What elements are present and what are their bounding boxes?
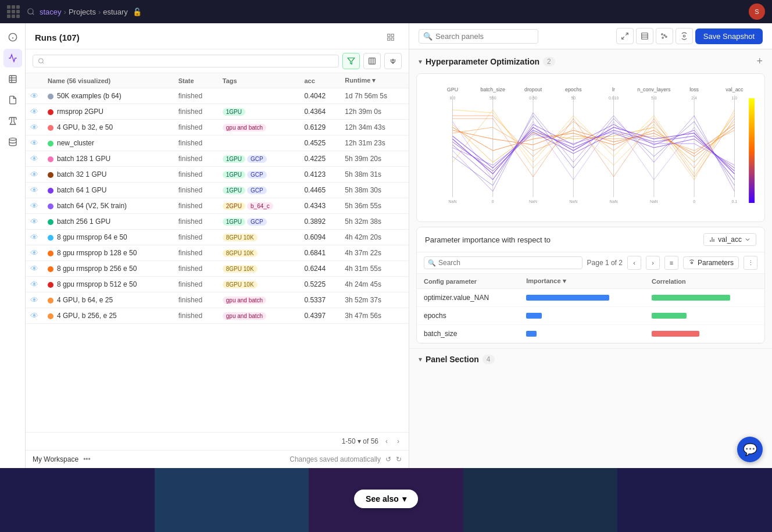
sort-btn[interactable] [384, 53, 402, 69]
svg-rect-32 [749, 98, 755, 203]
row-name[interactable]: 4 GPU, b 32, e 50 [43, 120, 174, 135]
row-eye[interactable]: 👁 [26, 88, 43, 104]
svg-text:lr: lr [612, 87, 615, 92]
prev-param-btn[interactable]: ‹ [627, 256, 641, 270]
runs-search-input[interactable] [47, 57, 334, 65]
row-state: finished [174, 88, 218, 104]
col-importance[interactable]: Importance ▾ [519, 274, 645, 289]
sidebar-icon-table[interactable] [3, 70, 22, 88]
row-eye[interactable]: 👁 [26, 245, 43, 261]
runs-search-wrap[interactable] [33, 55, 339, 67]
row-runtime: 12h 34m 43s [340, 120, 409, 135]
section-hyperopt-chevron[interactable]: ▾ [419, 58, 422, 66]
row-eye[interactable]: 👁 [26, 198, 43, 214]
row-name[interactable]: 8 gpu rmsprop b 512 e 50 [43, 277, 174, 292]
row-name[interactable]: batch 64 1 GPU [43, 183, 174, 198]
breadcrumb-project[interactable]: estuary [103, 8, 128, 16]
settings-btn[interactable] [676, 28, 693, 44]
param-search-input[interactable] [424, 256, 582, 269]
col-state[interactable]: State [174, 73, 218, 88]
see-also-bar: See also ▾ [0, 468, 772, 532]
thumb-5[interactable] [617, 468, 772, 532]
row-eye[interactable]: 👁 [26, 261, 43, 277]
row-eye[interactable]: 👁 [26, 214, 43, 230]
chat-fab[interactable]: 💬 [737, 437, 763, 462]
scatter-btn[interactable] [656, 28, 673, 44]
breadcrumb-projects[interactable]: Projects [69, 8, 96, 16]
row-eye[interactable]: 👁 [26, 104, 43, 120]
panel-section-chevron[interactable]: ▾ [419, 355, 422, 363]
row-eye[interactable]: 👁 [26, 308, 43, 324]
row-name[interactable]: batch 256 1 GPU [43, 214, 174, 230]
row-name[interactable]: 4 GPU, b 256, e 25 [43, 308, 174, 324]
row-name[interactable]: 8 gpu rmsprop b 256 e 50 [43, 261, 174, 277]
row-eye[interactable]: 👁 [26, 277, 43, 292]
workspace-bar: My Workspace ••• Changes saved automatic… [26, 450, 409, 468]
sidebar-icon-notes[interactable] [3, 91, 22, 109]
row-runtime: 5h 32m 38s [340, 214, 409, 230]
see-also-btn[interactable]: See also ▾ [354, 490, 418, 508]
more-options-btn[interactable]: ⋮ [744, 256, 757, 270]
row-name[interactable]: 8 gpu rmsprop b 128 e 50 [43, 245, 174, 261]
breadcrumb: stacey › Projects › estuary 🔓 [40, 8, 142, 16]
row-eye[interactable]: 👁 [26, 230, 43, 245]
next-page-btn[interactable]: › [395, 436, 402, 447]
svg-point-31 [683, 35, 685, 37]
thumb-4[interactable] [463, 468, 618, 532]
svg-line-23 [622, 37, 624, 39]
row-eye[interactable]: 👁 [26, 292, 43, 308]
thumb-1[interactable] [0, 468, 155, 532]
row-name[interactable]: batch 128 1 GPU [43, 151, 174, 167]
row-name[interactable]: batch 64 (V2, 5K train) [43, 198, 174, 214]
list-view-btn[interactable]: ≡ [664, 256, 678, 270]
sidebar-icon-lab[interactable] [3, 112, 22, 130]
col-acc[interactable]: acc [299, 73, 340, 88]
maximize-icon-btn[interactable] [616, 28, 634, 44]
row-name[interactable]: batch 32 1 GPU [43, 167, 174, 183]
filter-btn[interactable] [342, 53, 360, 69]
next-param-btn[interactable]: › [646, 256, 660, 270]
save-snapshot-btn[interactable]: Save Snapshot [695, 28, 763, 44]
sidebar-icon-database[interactable] [3, 133, 22, 151]
params-btn[interactable]: Parameters [683, 256, 739, 269]
param-row: batch_size [417, 325, 764, 343]
row-eye[interactable]: 👁 [26, 183, 43, 198]
row-name[interactable]: rmsprop 2GPU [43, 104, 174, 120]
expand-btn[interactable] [382, 29, 399, 45]
col-name[interactable]: Name (56 visualized) [43, 73, 174, 88]
global-search[interactable] [27, 8, 35, 16]
right-tools: Save Snapshot [616, 28, 763, 44]
thumb-2[interactable] [155, 468, 309, 532]
search-panels-icon: 🔍 [423, 32, 433, 41]
row-tags: 1GPUGCP [218, 214, 300, 230]
search-panels-input[interactable] [419, 29, 538, 44]
row-eye[interactable]: 👁 [26, 167, 43, 183]
col-runtime[interactable]: Runtime ▾ [340, 73, 409, 88]
row-eye[interactable]: 👁 [26, 151, 43, 167]
svg-rect-12 [391, 38, 394, 40]
section-add-btn[interactable]: + [756, 55, 763, 67]
row-name[interactable]: 50K examples (b 64) [43, 88, 174, 104]
redo-btn[interactable]: ↻ [396, 455, 402, 463]
app-grid-icon[interactable] [7, 5, 20, 18]
breadcrumb-user[interactable]: stacey [40, 8, 62, 16]
workspace-menu-btn[interactable]: ••• [83, 455, 91, 463]
row-eye[interactable]: 👁 [26, 135, 43, 151]
row-name[interactable]: new_cluster [43, 135, 174, 151]
row-runtime: 3h 47m 56s [340, 308, 409, 324]
columns-btn[interactable] [363, 53, 381, 69]
row-eye[interactable]: 👁 [26, 120, 43, 135]
row-name[interactable]: 8 gpu rmsprop 64 e 50 [43, 230, 174, 245]
avatar[interactable]: S [749, 3, 765, 20]
lock-icon[interactable]: 🔓 [133, 8, 142, 16]
prev-page-btn[interactable]: ‹ [383, 436, 390, 447]
table-row: 👁batch 64 (V2, 5K train)finished2GPUb_64… [26, 198, 409, 214]
undo-btn[interactable]: ↺ [385, 455, 391, 463]
table-view-btn[interactable] [636, 28, 653, 44]
row-name[interactable]: 4 GPU, b 64, e 25 [43, 292, 174, 308]
table-row: 👁8 gpu rmsprop b 256 e 50finished8GPU 10… [26, 261, 409, 277]
metric-select[interactable]: val_acc [703, 233, 756, 246]
sidebar-icon-info[interactable] [3, 28, 22, 47]
chevron-down-icon [744, 236, 751, 243]
sidebar-icon-chart[interactable] [3, 49, 22, 67]
